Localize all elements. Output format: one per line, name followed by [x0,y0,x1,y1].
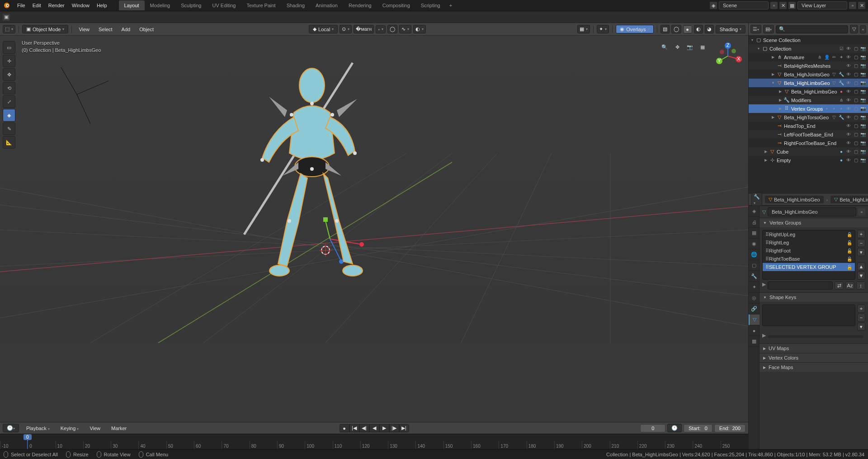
timeline-track[interactable]: -100102030405060708090100110120130140150… [0,434,748,449]
tab-output[interactable]: 🖨 [749,217,760,228]
scene-icon[interactable]: ◈ [710,2,717,9]
viewport-icon[interactable]: ▢ [853,115,859,120]
end-frame-field[interactable]: End: 200 [714,424,745,432]
outliner-display-mode[interactable]: ▤▾ [763,25,774,33]
vertex-group-row[interactable]: ⠿RightUpLeg🔓 [763,230,855,239]
tab-modifiers[interactable]: 🔧 [749,271,760,282]
vertex-group-row[interactable]: ⠿RightFoot🔓 [763,247,855,255]
workspace-tab-scripting[interactable]: Scripting [415,0,446,10]
outliner-row[interactable]: ⤙BetaHighResMeshes👁▢📷 [749,61,868,70]
scene-delete-button[interactable]: ✕ [779,2,787,9]
render-icon[interactable]: 📷 [860,132,866,137]
tab-scene[interactable]: ◉ [749,239,760,249]
outliner-row[interactable]: ▶🔧Modifiers⋔👁▢📷 [749,96,868,104]
eye-icon[interactable]: 👁 [845,115,852,120]
collections-visibility[interactable]: ▦▾ [577,25,590,33]
lock-icon[interactable]: 🔓 [847,240,852,245]
tab-texture[interactable]: ▩ [749,336,760,347]
vertex-group-row[interactable]: ⠿RightLeg🔓 [763,239,855,247]
navigation-gizmo[interactable]: Z X Y [714,42,742,70]
eye-icon[interactable]: 👁 [845,55,852,60]
outliner-row[interactable]: ▶⊹Empty●👁▢📷 [749,156,868,164]
eye-icon[interactable]: 👁 [845,63,852,68]
timeline-menu-marker[interactable]: Marker [108,425,130,432]
vg-specials-dropdown[interactable]: ▾ [857,248,865,256]
workspace-tab-rendering[interactable]: Rendering [343,0,377,10]
viewport-icon[interactable]: ▢ [853,106,859,111]
vertex-group-row[interactable]: ⠿SELECTED VERTEX GROUP🔓 [763,263,855,271]
breadcrumb-mesh[interactable]: ▽Beta_HighLimbsGeo [830,196,868,203]
viewport-icon[interactable]: ▢ [853,98,859,103]
jump-start-button[interactable]: |◀ [349,424,359,432]
render-icon[interactable]: 📷 [860,46,866,51]
perspective-toggle-icon[interactable]: ▦ [698,42,708,52]
viewlayer-new-button[interactable]: ▫ [849,2,856,9]
outliner-row[interactable]: ▼▽Beta_HighLimbsGeo▽🔧👁▢📷 [749,79,868,87]
keyframe-next-button[interactable]: |▶ [389,424,399,432]
lock-icon[interactable]: 🔓 [847,257,852,262]
properties-editor-dropdown[interactable]: 🔧▾ [751,192,762,206]
tool-rotate[interactable]: ⟲ [3,82,15,94]
eye-icon[interactable]: 👁 [845,106,852,111]
vg-filter-invert-icon[interactable]: ⇄ [835,281,844,290]
menu-file[interactable]: File [14,1,29,10]
viewport-icon[interactable]: ▢ [853,132,859,137]
editor-type-dropdown[interactable]: ⬚▾ [3,25,15,33]
tab-render[interactable]: ◈ [749,206,760,217]
shading-solid[interactable]: ● [683,25,692,33]
eye-icon[interactable]: 👁 [845,149,852,154]
viewport-icon[interactable]: ▢ [853,46,859,51]
outliner-row[interactable]: ⤙RightFootToeBase_End👁▢📷 [749,139,868,147]
viewport-icon[interactable]: ▢ [853,55,859,60]
outliner-row[interactable]: ▶▽Cube●👁▢📷 [749,147,868,156]
shading-lookdev[interactable]: ◐ [694,25,703,33]
render-icon[interactable]: 📷 [860,89,866,94]
viewlayer-delete-button[interactable]: ✕ [858,2,865,9]
menu-help[interactable]: Help [93,1,111,10]
keyframe-prev-button[interactable]: ◀| [359,424,369,432]
render-icon[interactable]: 📷 [860,149,866,154]
tool-measure[interactable]: 📐 [3,136,15,149]
render-icon[interactable]: 📷 [860,55,866,60]
outliner-row-collection[interactable]: ▾ ▢ Collection ☑👁▢📷 [749,44,868,53]
viewport-icon[interactable]: ▢ [853,149,859,154]
tool-move[interactable]: ✥ [3,68,15,81]
shape-key-list[interactable] [762,304,855,326]
shading-rendered[interactable]: ◕ [705,25,714,33]
workspace-tab-compositing[interactable]: Compositing [377,0,415,10]
tool-transform[interactable]: ◈ [3,109,15,122]
timeline-menu-view[interactable]: View [86,425,104,432]
sk-specials-dropdown[interactable]: ▾ [857,323,865,331]
workspace-tab-layout[interactable]: Layout [119,0,145,10]
tool-annotate[interactable]: ✎ [3,122,15,135]
exclude-icon[interactable]: ☑ [838,46,844,51]
vg-remove-button[interactable]: − [857,239,865,247]
tab-object[interactable]: ▢ [749,260,760,271]
vg-filter-input[interactable] [768,281,833,290]
render-icon[interactable]: 📷 [860,106,866,111]
workspace-tab-shading[interactable]: Shading [281,0,310,10]
menu-edit[interactable]: Edit [29,1,45,10]
panel-header-vertex-groups[interactable]: ▼Vertex Groups [760,218,868,227]
workspace-tab-uv-editing[interactable]: UV Editing [207,0,241,10]
viewport-3d[interactable]: User Perspective (0) Collection | Beta_H… [0,36,748,422]
viewport-icon[interactable]: ▢ [853,63,859,68]
lock-icon[interactable]: 🔓 [847,248,852,253]
render-icon[interactable]: 📷 [860,72,866,77]
frame-lock-icon[interactable]: 🕐 [667,424,682,432]
snap-dropdown[interactable]: ◦▾ [376,25,386,33]
scene-name-field[interactable]: Scene [719,1,769,9]
menu-render[interactable]: Render [45,1,68,10]
timeline-menu-playback[interactable]: Playback ▾ [23,425,53,432]
render-icon[interactable]: 📷 [860,141,866,145]
breadcrumb-object[interactable]: ▽Beta_HighLimbsGeo [765,196,824,203]
zoom-icon[interactable]: 🔍 [660,42,670,52]
start-frame-field[interactable]: Start: 0 [684,424,712,432]
vg-move-down-button[interactable]: ▼ [857,272,865,280]
eye-icon[interactable]: 👁 [845,98,852,103]
mode-dropdown[interactable]: ▣ Object Mode ▾ [22,25,68,33]
viewport-menu-add[interactable]: Add [118,26,134,33]
eye-icon[interactable]: 👁 [845,89,852,94]
camera-view-icon[interactable]: 📷 [685,42,695,52]
render-icon[interactable]: 📷 [860,123,866,128]
